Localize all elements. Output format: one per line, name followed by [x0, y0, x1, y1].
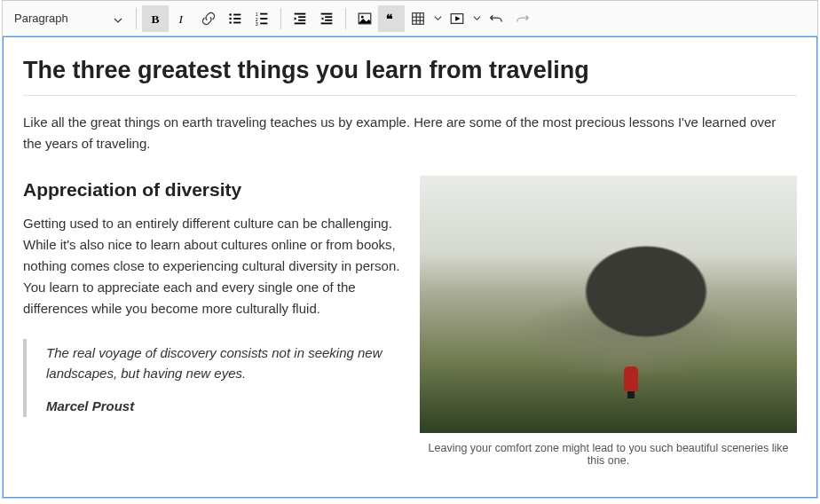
svg-point-4 — [229, 17, 232, 20]
svg-rect-19 — [325, 16, 332, 18]
two-column-layout: Appreciation of diversity Getting used t… — [23, 176, 797, 467]
toolbar: Paragraph B I 1 2 3 — [3, 1, 817, 36]
svg-rect-15 — [298, 16, 305, 18]
svg-rect-21 — [321, 22, 333, 24]
svg-rect-5 — [233, 18, 240, 20]
bold-button[interactable]: B — [142, 5, 169, 32]
svg-text:B: B — [152, 12, 160, 25]
undo-button[interactable] — [483, 5, 509, 32]
right-column: Leaving your comfort zone might lead to … — [420, 176, 797, 467]
image-button[interactable] — [351, 5, 378, 32]
redo-button[interactable] — [509, 5, 536, 32]
svg-rect-13 — [260, 22, 267, 24]
blockquote-text[interactable]: The real voyage of discovery consists no… — [46, 343, 400, 384]
svg-rect-20 — [325, 19, 332, 20]
left-column: Appreciation of diversity Getting used t… — [23, 176, 400, 467]
link-button[interactable] — [195, 5, 222, 32]
svg-rect-9 — [260, 12, 267, 14]
svg-text:❝: ❝ — [386, 11, 393, 25]
indent-button[interactable] — [313, 5, 340, 32]
intro-paragraph[interactable]: Like all the great things on earth trave… — [23, 112, 797, 154]
style-dropdown-label: Paragraph — [14, 12, 68, 25]
chevron-down-icon — [114, 14, 122, 23]
svg-text:I: I — [177, 12, 184, 25]
section-heading[interactable]: Appreciation of diversity — [23, 179, 400, 201]
svg-rect-14 — [295, 12, 306, 14]
svg-rect-16 — [298, 19, 305, 20]
blockquote-button[interactable]: ❝ — [378, 5, 405, 32]
figure[interactable]: Leaving your comfort zone might lead to … — [420, 176, 797, 467]
svg-rect-25 — [413, 12, 424, 24]
table-icon — [405, 5, 431, 32]
figure-caption[interactable]: Leaving your comfort zone might lead to … — [420, 442, 797, 467]
svg-rect-3 — [233, 13, 240, 15]
style-dropdown[interactable]: Paragraph — [6, 5, 130, 32]
svg-text:3: 3 — [256, 21, 258, 27]
toolbar-separator — [136, 8, 137, 29]
figure-image[interactable] — [420, 176, 797, 433]
bulleted-list-button[interactable] — [222, 5, 248, 32]
toolbar-separator — [345, 8, 346, 29]
toolbar-separator — [280, 8, 281, 29]
svg-point-2 — [229, 13, 232, 16]
media-icon — [444, 5, 470, 32]
editor-container: Paragraph B I 1 2 3 — [2, 0, 818, 499]
editor-content[interactable]: The three greatest things you learn from… — [3, 36, 817, 498]
svg-rect-17 — [295, 22, 306, 24]
italic-button[interactable]: I — [169, 5, 195, 32]
svg-point-6 — [229, 21, 232, 24]
document-title[interactable]: The three greatest things you learn from… — [23, 57, 797, 96]
chevron-down-icon[interactable] — [470, 5, 483, 32]
outdent-button[interactable] — [287, 5, 313, 32]
svg-rect-11 — [260, 18, 267, 20]
table-button[interactable] — [405, 5, 444, 32]
svg-point-23 — [361, 15, 364, 18]
media-button[interactable] — [444, 5, 483, 32]
section-body[interactable]: Getting used to an entirely different cu… — [23, 213, 400, 319]
blockquote[interactable]: The real voyage of discovery consists no… — [23, 339, 400, 417]
svg-rect-18 — [321, 12, 333, 14]
chevron-down-icon[interactable] — [431, 5, 444, 32]
blockquote-author[interactable]: Marcel Proust — [46, 398, 400, 413]
svg-rect-7 — [233, 21, 240, 23]
numbered-list-button[interactable]: 1 2 3 — [248, 5, 275, 32]
